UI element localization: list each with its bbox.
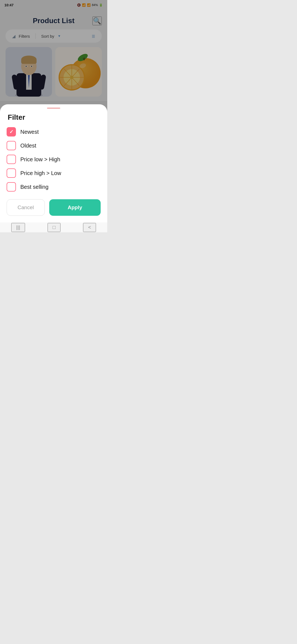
- filter-option-oldest[interactable]: Oldest: [7, 141, 101, 150]
- recents-nav-button[interactable]: |||: [11, 223, 25, 232]
- home-nav-button[interactable]: □: [48, 223, 61, 232]
- option-label-price-high-low: Price high > Low: [20, 170, 61, 176]
- sheet-handle-wrap: [7, 104, 101, 111]
- filter-option-price-low-high[interactable]: Price low > High: [7, 155, 101, 164]
- option-label-newest: Newest: [20, 129, 39, 135]
- filter-option-price-high-low[interactable]: Price high > Low: [7, 168, 101, 178]
- back-nav-button[interactable]: <: [83, 223, 96, 232]
- checkbox-price-high-low[interactable]: [7, 168, 16, 178]
- filter-options-list: ✓ Newest Oldest Price low > High Price h…: [7, 127, 101, 192]
- check-icon-newest: ✓: [9, 129, 13, 135]
- filter-option-best-selling[interactable]: Best selling: [7, 182, 101, 192]
- sheet-action-buttons: Cancel Apply: [7, 199, 101, 216]
- option-label-price-low-high: Price low > High: [20, 156, 60, 163]
- nav-bar: ||| □ <: [0, 222, 107, 232]
- checkbox-oldest[interactable]: [7, 141, 16, 150]
- sheet-title: Filter: [8, 113, 101, 122]
- cancel-button[interactable]: Cancel: [7, 199, 45, 216]
- filter-option-newest[interactable]: ✓ Newest: [7, 127, 101, 137]
- filter-bottom-sheet: Filter ✓ Newest Oldest Price low > High …: [0, 104, 107, 222]
- option-label-oldest: Oldest: [20, 143, 36, 149]
- checkbox-price-low-high[interactable]: [7, 155, 16, 164]
- sheet-handle: [47, 108, 60, 109]
- checkbox-newest[interactable]: ✓: [7, 127, 16, 137]
- apply-button[interactable]: Apply: [49, 199, 101, 216]
- option-label-best-selling: Best selling: [20, 184, 48, 190]
- checkbox-best-selling[interactable]: [7, 182, 16, 192]
